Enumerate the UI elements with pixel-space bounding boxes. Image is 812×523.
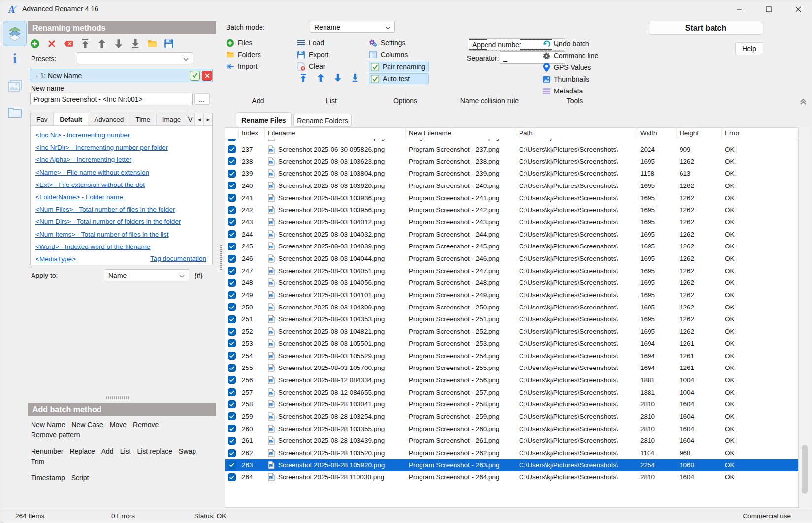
row-checkbox[interactable] [225, 218, 239, 226]
row-checkbox[interactable] [225, 364, 239, 372]
tag-link[interactable]: <Word> - Indexed word of the filename [35, 241, 208, 253]
tag-link[interactable]: <Num Items> - Total number of files in t… [35, 228, 208, 241]
table-row[interactable]: 260Screenshot 2025-08-28 103355.pngProgr… [225, 423, 798, 435]
table-row[interactable]: 241Screenshot 2025-08-03 103936.pngProgr… [225, 192, 798, 204]
tab-scroll-right-icon[interactable]: ► [203, 113, 212, 125]
row-checkbox[interactable] [225, 182, 239, 189]
start-batch-button[interactable]: Start batch [649, 21, 763, 35]
move-top-icon[interactable] [299, 73, 308, 82]
row-checkbox[interactable] [225, 461, 239, 469]
row-checkbox[interactable] [225, 206, 239, 214]
row-checkbox[interactable] [225, 376, 239, 384]
clear-button[interactable]: Clear [297, 61, 328, 72]
command-line-button[interactable]: Command line [542, 50, 598, 62]
tag-documentation-link[interactable]: Tag documentation [150, 255, 206, 262]
row-checkbox[interactable] [225, 291, 239, 299]
row-checkbox[interactable] [225, 473, 239, 481]
table-row[interactable]: 243Screenshot 2025-08-03 104012.pngProgr… [225, 216, 798, 228]
move-down-icon[interactable] [333, 73, 342, 82]
maximize-button[interactable] [757, 0, 780, 18]
header-index[interactable]: Index [239, 128, 265, 139]
sidebar-item-folders[interactable] [7, 105, 22, 120]
add-method-link[interactable]: Script [71, 473, 89, 483]
row-checkbox[interactable] [225, 425, 239, 432]
method-enabled-checkbox[interactable] [190, 71, 200, 81]
row-checkbox[interactable] [225, 157, 239, 165]
undo-batch-button[interactable]: Undo batch [542, 38, 598, 50]
add-method-link[interactable]: New Case [71, 420, 103, 430]
files-button[interactable]: Files [226, 37, 261, 49]
tag-link[interactable]: <Inc Alpha> - Incrementing letter [35, 154, 208, 166]
open-preset-folder-icon[interactable] [147, 39, 157, 49]
header-path[interactable]: Path [516, 128, 637, 139]
table-row[interactable]: 253Screenshot 2025-08-03 105501.pngProgr… [225, 338, 798, 350]
help-button[interactable]: Help [735, 42, 763, 55]
move-up-icon[interactable] [316, 73, 325, 82]
row-checkbox[interactable] [225, 230, 239, 238]
header-height[interactable]: Height [677, 128, 722, 139]
scrollbar-thumb[interactable] [802, 445, 808, 494]
row-checkbox[interactable] [225, 437, 239, 445]
table-row[interactable]: 244Screenshot 2025-08-03 104032.pngProgr… [225, 228, 798, 241]
row-checkbox[interactable] [225, 194, 239, 202]
presets-dropdown[interactable] [77, 52, 193, 64]
row-checkbox[interactable] [225, 412, 239, 420]
add-method-link[interactable]: List [120, 446, 131, 457]
row-checkbox[interactable] [225, 352, 239, 360]
add-method-link[interactable]: Move [110, 420, 127, 430]
minimize-button[interactable] [728, 0, 750, 18]
table-row[interactable]: 237Screenshot 2025-06-30 095826.pngProgr… [225, 143, 798, 155]
add-method-link[interactable]: List replace [137, 446, 172, 457]
tab-rename-files[interactable]: Rename Files [236, 112, 292, 127]
table-row[interactable]: 255Screenshot 2025-08-03 105700.pngProgr… [225, 362, 798, 374]
row-checkbox[interactable] [225, 339, 239, 347]
license-link[interactable]: Commercial use [743, 512, 791, 520]
move-method-top-icon[interactable] [80, 39, 90, 49]
add-method-icon[interactable] [30, 39, 40, 49]
columns-button[interactable]: Columns [369, 49, 429, 61]
method-delete-button[interactable] [202, 71, 212, 81]
move-method-down-icon[interactable] [114, 39, 124, 49]
sidebar-item-methods[interactable] [3, 21, 27, 46]
tab-rename-folders[interactable]: Rename Folders [293, 114, 352, 127]
add-method-link[interactable]: New Name [31, 420, 65, 430]
tag-link[interactable]: <Num Files> - Total number of files in t… [35, 203, 208, 215]
table-row[interactable]: 247Screenshot 2025-08-03 104051.pngProgr… [225, 265, 798, 277]
batch-mode-dropdown[interactable]: Rename [310, 21, 395, 33]
auto-test-toggle[interactable]: Auto test [369, 73, 429, 84]
load-button[interactable]: Load [297, 37, 328, 49]
header-error[interactable]: Error [722, 128, 798, 139]
table-row[interactable]: 238Screenshot 2025-08-03 103623.pngProgr… [225, 155, 798, 168]
settings-button[interactable]: Settings [369, 37, 429, 49]
tag-link[interactable]: <Num Dirs> - Total number of folders in … [35, 215, 208, 228]
table-row[interactable]: 262Screenshot 2025-08-28 103520.pngProgr… [225, 447, 798, 459]
method-item-new-name[interactable]: - 1: New Name [30, 69, 213, 82]
thumbnails-button[interactable]: Thumbnails [542, 73, 598, 85]
row-checkbox[interactable] [225, 303, 239, 311]
sidebar-item-info[interactable]: i [7, 51, 22, 66]
tab-advanced[interactable]: Advanced [88, 113, 130, 125]
remove-method-icon[interactable] [47, 39, 57, 49]
row-checkbox[interactable] [225, 145, 239, 153]
table-row[interactable]: 251Screenshot 2025-08-03 104353.pngProgr… [225, 313, 798, 326]
row-checkbox[interactable] [225, 267, 239, 275]
move-method-up-icon[interactable] [97, 39, 107, 49]
browse-pattern-button[interactable]: ... [194, 93, 210, 105]
table-row[interactable]: 252Screenshot 2025-08-03 104821.pngProgr… [225, 325, 798, 338]
tab-video[interactable]: V [187, 113, 195, 125]
apply-to-dropdown[interactable]: Name [104, 269, 189, 281]
row-checkbox[interactable] [225, 243, 239, 250]
add-method-link[interactable]: Timestamp [31, 473, 65, 483]
table-row[interactable]: 249Screenshot 2025-08-03 104101.pngProgr… [225, 289, 798, 301]
add-method-link[interactable]: Renumber [31, 446, 63, 457]
table-row[interactable]: 259Screenshot 2025-08-28 103254.pngProgr… [225, 410, 798, 423]
header-new-filename[interactable]: New Filename [406, 128, 516, 139]
add-method-link[interactable]: Remove pattern [31, 430, 80, 440]
table-row[interactable]: 261Screenshot 2025-08-28 103439.pngProgr… [225, 435, 798, 447]
tag-link[interactable]: <Inc NrDir> - Incrementing number per fo… [35, 141, 208, 154]
row-checkbox[interactable] [225, 170, 239, 178]
clear-methods-icon[interactable] [64, 39, 73, 49]
table-row[interactable]: 250Screenshot 2025-08-03 104309.pngProgr… [225, 301, 798, 313]
row-checkbox[interactable] [225, 139, 239, 141]
collapse-panel-icon[interactable] [799, 97, 808, 106]
